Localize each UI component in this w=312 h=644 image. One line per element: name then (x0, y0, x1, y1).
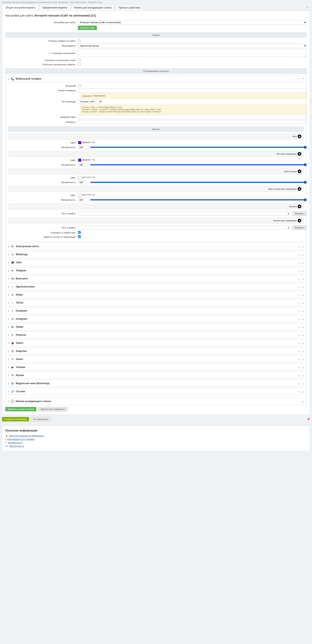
opacity-input-0[interactable] (78, 145, 88, 149)
accordion-header-17[interactable]: ↕ ⊞ Модальное окно (Bootstrap) ⚠ ⌄ (6, 380, 306, 386)
drag-handle-icon[interactable]: ↕ (8, 390, 9, 393)
drag-handle-icon[interactable]: ↕ (8, 400, 9, 403)
color-swatch[interactable] (78, 141, 81, 144)
color-swatch[interactable] (78, 158, 81, 162)
drag-handle-icon[interactable]: ↕ (8, 325, 9, 328)
file-hover-label: Путь к файлу: (6, 226, 78, 229)
drag-handle-icon[interactable]: ↕ (8, 261, 9, 264)
link-type-select[interactable]: Ссылка с href (78, 99, 102, 104)
delete-all-button[interactable]: Удалить все созданные (38, 407, 68, 412)
clear-icon[interactable]: ✕ (287, 212, 290, 215)
hide-index-checkbox[interactable] (78, 235, 81, 238)
refresh-icon[interactable]: ⟳ (93, 158, 95, 161)
color-swatch[interactable] (78, 194, 81, 197)
file-browse-button[interactable]: Выбрать (292, 211, 306, 216)
file-hover-browse-button[interactable]: Выбрать (292, 225, 306, 230)
site-select[interactable]: Интернет-магазин (Сайт по умолчанию) (78, 20, 307, 24)
accordion-header-18[interactable]: ↕ 🔗 Ссылка ⚠ ⌄ (6, 388, 306, 394)
accordion-header-10[interactable]: ↕ 🐦 Twitter ⚠ ⌄ (6, 324, 306, 330)
accordion-phone-header[interactable]: ↕ 📞 Мобильный телефон ⚠ ⌃ (6, 76, 306, 82)
title-input[interactable] (78, 115, 306, 119)
info-link-1[interactable]: Информация по установке (7, 438, 35, 440)
drag-handle-icon[interactable]: ↕ (8, 374, 9, 377)
color-swatch[interactable] (78, 176, 81, 179)
save-button[interactable]: Сохранить настройки (2, 417, 29, 422)
file-path-input[interactable] (78, 212, 291, 216)
drag-handle-icon[interactable]: ↕ (8, 277, 9, 280)
accordion-модальное-окно-(bootstrap): ↕ ⊞ Модальное окно (Bootstrap) ⚠ ⌄ (5, 380, 307, 387)
accordion-header-8[interactable]: ↕ f Facebook ⚠ ⌄ (6, 308, 306, 314)
tab-dropdown-icon[interactable]: Иконка для выпадающего списка (71, 4, 115, 11)
drag-handle-icon[interactable]: ↕ (8, 366, 9, 369)
accordion-dropdown-header[interactable]: ↕ 💬 Иконка выпадающего списка ⌄ (6, 398, 306, 404)
drag-handle-icon[interactable]: ↕ (8, 293, 9, 296)
disable-scripts-checkbox[interactable] (78, 63, 81, 66)
opacity-slider-1[interactable] (90, 164, 306, 166)
accordion-header-7[interactable]: ↕ ♪ TikTok ⚠ ⌄ (6, 300, 306, 306)
attrs-input[interactable] (78, 120, 306, 124)
widget-type-select[interactable]: Одиночная иконка (78, 44, 307, 48)
accordion-header-5[interactable]: ↕ ♀ Одноклассники ⚠ ⌄ (6, 284, 306, 290)
tab-design[interactable]: Оформление виджета (39, 4, 70, 11)
drag-handle-icon[interactable]: ↕ (8, 301, 9, 304)
accordion-header-12[interactable]: ↕ ▣ Twitch ⚠ ⌄ (6, 340, 306, 346)
help-icon[interactable]: ? (48, 52, 51, 55)
drag-handle-icon[interactable]: ↕ (8, 317, 9, 320)
drag-handle-icon[interactable]: ↕ (8, 350, 9, 353)
opacity-input-1[interactable] (78, 163, 88, 167)
accordion-header-3[interactable]: ↕ ➤ Telegram ⚠ ⌄ (6, 267, 306, 274)
info-link-3[interactable]: https://a-tum.ru (9, 445, 24, 447)
new-window-checkbox[interactable] (78, 231, 81, 234)
accordion-header-16[interactable]: ↕ R Rutube ⚠ ⌄ (6, 372, 306, 378)
drag-handle-icon[interactable]: ↕ (8, 334, 9, 336)
info-link-0[interactable]: Карточка решения на Marketplace (9, 434, 44, 437)
disable-styles-checkbox[interactable] (78, 58, 81, 61)
clear-icon[interactable]: ✕ (287, 226, 290, 230)
drag-handle-icon[interactable]: ↕ (8, 269, 9, 272)
file-hover-path-input[interactable] (78, 226, 291, 230)
accordion-header-0[interactable]: ↕ ✉ Электронная почта ⚠ ⌄ (6, 243, 306, 250)
drag-handle-icon[interactable]: ↕ (8, 253, 9, 256)
phone-number-input[interactable] (78, 88, 306, 92)
drag-handle-icon[interactable]: ↕ (8, 245, 9, 248)
refresh-icon[interactable]: ⟳ (93, 141, 95, 144)
accordion-header-14[interactable]: ↕ V Vimeo ⚠ ⌄ (6, 356, 306, 362)
refresh-icon[interactable]: ⟳ (93, 176, 95, 179)
opacity-slider-2[interactable] (90, 182, 306, 183)
default-button[interactable]: По умолчанию (31, 417, 51, 422)
opacity-slider-0[interactable] (90, 147, 306, 148)
tab-general[interactable]: Общие настройки виджета (2, 4, 39, 11)
show-widget-checkbox[interactable] (78, 39, 81, 42)
service-icon: R (11, 374, 14, 377)
accordion-header-4[interactable]: ↕ VK Вконтакте ⚠ ⌄ (6, 275, 306, 282)
exclude-pages-textarea[interactable] (78, 49, 307, 57)
accordion-phone: ↕ 📞 Мобильный телефон ⚠ ⌃ Активный: Номе… (5, 75, 307, 242)
accordion-phone-title: Мобильный телефон (16, 77, 297, 80)
opacity-label-3: Прозрачность: (6, 198, 78, 201)
accordion-header-11[interactable]: ↕ P Pinterest ⚠ ⌄ (6, 332, 306, 338)
title-site: Интернет-магазин (Сайт по умолчанию) [s1… (35, 14, 96, 17)
accordion-header-2[interactable]: ↕ ☎ Viber ⚠ ⌄ (6, 259, 306, 266)
accordion-header-15[interactable]: ↕ ▶ Youtube ⚠ ⌄ (6, 364, 306, 370)
accordion-header-6[interactable]: ↕ S Skype ⚠ ⌄ (6, 292, 306, 298)
opacity-input-3[interactable] (78, 198, 88, 202)
select-site-button[interactable]: Выбрать сайт (78, 26, 97, 30)
tab-cta[interactable]: Призыв к действию (115, 4, 143, 11)
accordion-header-13[interactable]: ↕ 👻 Snapchat ⚠ ⌄ (6, 348, 306, 354)
drag-handle-icon[interactable]: ↕ (8, 382, 9, 385)
drag-handle-icon[interactable]: ↕ (8, 309, 9, 312)
opacity-slider-3[interactable] (90, 199, 306, 200)
pin-icon[interactable]: 📌 (307, 418, 310, 420)
accordion-header-1[interactable]: ↕ ☏ WhatsApp ⚠ ⌄ (6, 251, 306, 258)
active-checkbox[interactable] (78, 84, 81, 87)
accordion-header-9[interactable]: ↕ ◎ Instagram ⚠ ⌄ (6, 316, 306, 322)
drag-handle-icon[interactable]: ↕ (8, 342, 9, 345)
info-link-2[interactable]: web@a-tum.ru (8, 441, 23, 444)
tabs-collapse-icon[interactable]: ⇕ (305, 4, 310, 11)
add-link-button[interactable]: Добавить ссылку / кнопку (5, 407, 36, 411)
opacity-input-2[interactable] (78, 180, 88, 184)
drag-handle-icon[interactable]: ↕ (8, 285, 9, 288)
drag-handle-icon[interactable]: ↕ (8, 77, 9, 80)
refresh-icon[interactable]: ⟳ (93, 194, 95, 196)
drag-handle-icon[interactable]: ↕ (8, 358, 9, 361)
